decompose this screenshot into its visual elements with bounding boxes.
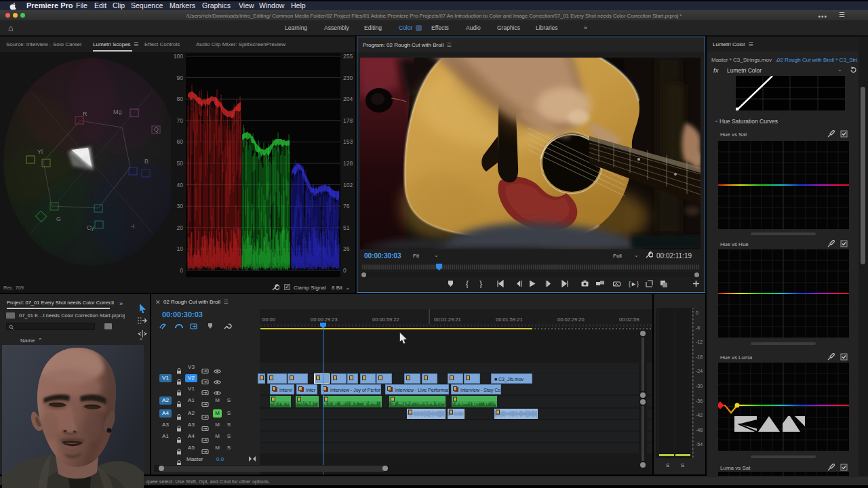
svg-text:B: B — [144, 158, 149, 165]
svg-text:Q: Q — [154, 126, 159, 133]
svg-text:{: { — [466, 279, 469, 288]
svg-text:204: 204 — [343, 96, 353, 102]
svg-text:G: G — [56, 216, 61, 222]
svg-text:40: 40 — [177, 182, 184, 188]
svg-text:60: 60 — [177, 138, 184, 145]
svg-text:153: 153 — [343, 138, 353, 145]
svg-text:20: 20 — [177, 224, 184, 231]
svg-text:50: 50 — [177, 160, 184, 167]
svg-text:0: 0 — [180, 267, 183, 274]
svg-text:76: 76 — [343, 203, 350, 209]
svg-text:30: 30 — [177, 203, 184, 209]
svg-text:0: 0 — [343, 267, 347, 274]
svg-text:{►}: {►} — [629, 281, 639, 287]
svg-text:51: 51 — [343, 224, 350, 231]
svg-text:178: 178 — [343, 117, 353, 124]
svg-text:Yl: Yl — [37, 148, 43, 155]
svg-text:70: 70 — [177, 117, 184, 124]
svg-text:128: 128 — [343, 160, 353, 167]
svg-text:-I: -I — [131, 223, 135, 230]
svg-text:255: 255 — [343, 53, 353, 60]
svg-text:230: 230 — [343, 75, 353, 81]
svg-text:80: 80 — [177, 96, 184, 102]
svg-text:R: R — [83, 110, 87, 117]
svg-text:Mg: Mg — [113, 108, 122, 115]
svg-text:}: } — [479, 279, 482, 288]
svg-text:10: 10 — [177, 245, 184, 252]
svg-text:90: 90 — [177, 75, 184, 81]
svg-text:100: 100 — [174, 53, 183, 60]
svg-text:Cy: Cy — [87, 224, 94, 231]
svg-text:26: 26 — [343, 245, 350, 252]
svg-text:102: 102 — [343, 182, 353, 188]
